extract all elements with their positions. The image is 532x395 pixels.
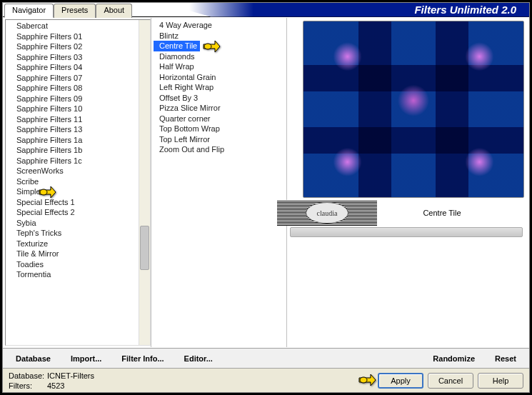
filter-item[interactable]: Quarter corner xyxy=(154,114,214,124)
category-item[interactable]: Teph's Tricks xyxy=(6,228,149,239)
svg-point-0 xyxy=(40,189,47,195)
filter-item[interactable]: Left Right Wrap xyxy=(154,82,216,93)
category-item[interactable]: Toadies xyxy=(6,259,149,270)
svg-point-1 xyxy=(204,44,211,49)
cancel-button[interactable]: Cancel xyxy=(428,373,473,389)
category-item[interactable]: Scribe xyxy=(6,176,149,187)
category-item[interactable]: ScreenWorks xyxy=(6,166,149,176)
category-item[interactable]: Sapphire Filters 03 xyxy=(6,52,149,63)
category-item[interactable]: Sapphire Filters 07 xyxy=(6,73,149,84)
category-item[interactable]: Sybia xyxy=(6,218,149,229)
filter-item[interactable]: Blintz xyxy=(154,31,181,41)
category-item[interactable]: Special Effects 2 xyxy=(6,207,149,218)
filter-item[interactable]: 4 Way Average xyxy=(154,20,215,31)
category-item[interactable]: Sabercat xyxy=(6,21,149,31)
filter-item[interactable]: Top Bottom Wrap xyxy=(154,124,223,134)
main-area: SabercatSapphire Filters 01Sapphire Filt… xyxy=(3,17,529,348)
category-item[interactable]: Tile & Mirror xyxy=(6,249,149,259)
titlebar: Navigator Presets About Filters Unlimite… xyxy=(3,3,529,17)
scroll-thumb[interactable] xyxy=(140,226,149,270)
reset-button[interactable]: Reset xyxy=(485,351,526,366)
watermark-badge: claudia xyxy=(306,202,348,224)
category-item[interactable]: Sapphire Filters 04 xyxy=(6,62,149,73)
help-button[interactable]: Help xyxy=(478,373,523,389)
category-item[interactable]: Sapphire Filters 08 xyxy=(6,83,149,94)
filters-count-value: 4523 xyxy=(47,381,64,390)
tab-about[interactable]: About xyxy=(96,4,132,18)
randomize-button[interactable]: Randomize xyxy=(423,351,485,366)
editor-button[interactable]: Editor... xyxy=(174,351,223,366)
category-item[interactable]: Simple xyxy=(6,186,149,197)
db-value: ICNET-Filters xyxy=(47,371,94,380)
database-button[interactable]: Database xyxy=(6,351,61,366)
filter-item[interactable]: Centre Tile xyxy=(154,41,200,51)
tab-navigator[interactable]: Navigator xyxy=(4,4,54,18)
apply-button[interactable]: Apply xyxy=(378,373,423,389)
filter-item[interactable]: Offset By 3 xyxy=(154,93,201,104)
category-item[interactable]: Sapphire Filters 02 xyxy=(6,41,149,52)
tabs: Navigator Presets About xyxy=(3,3,132,17)
filter-item[interactable]: Diamonds xyxy=(154,51,198,62)
category-item[interactable]: Sapphire Filters 10 xyxy=(6,104,149,114)
categories-panel: SabercatSapphire Filters 01Sapphire Filt… xyxy=(4,18,151,347)
filter-item[interactable]: Horizontal Grain xyxy=(154,72,219,83)
category-item[interactable]: Sapphire Filters 11 xyxy=(6,114,149,125)
watermark: claudia xyxy=(277,200,377,226)
preview-panel: claudia Centre Tile xyxy=(287,18,528,347)
category-item[interactable]: Sapphire Filters 1c xyxy=(6,156,149,166)
filters-count-label: Filters: xyxy=(9,381,47,391)
category-item[interactable]: Sapphire Filters 13 xyxy=(6,124,149,135)
category-scrollbar[interactable] xyxy=(139,20,150,345)
filters-panel: 4 Way AverageBlintzCentre TileDiamondsHa… xyxy=(151,18,287,347)
import-button[interactable]: Import... xyxy=(61,351,111,366)
parameter-slider[interactable] xyxy=(290,227,523,237)
status-info: Database:ICNET-Filters Filters:4523 xyxy=(9,371,373,391)
filter-item[interactable]: Half Wrap xyxy=(154,61,197,72)
filters-unlimited-window: Navigator Presets About Filters Unlimite… xyxy=(2,2,530,393)
category-item[interactable]: Sapphire Filters 1a xyxy=(6,135,149,146)
category-item[interactable]: Special Effects 1 xyxy=(6,197,149,208)
category-item[interactable]: Sapphire Filters 09 xyxy=(6,94,149,104)
category-listbox[interactable]: SabercatSapphire Filters 01Sapphire Filt… xyxy=(5,19,151,346)
filter-item[interactable]: Pizza Slice Mirror xyxy=(154,103,224,114)
filter-item[interactable]: Zoom Out and Flip xyxy=(154,144,227,155)
app-title: Filters Unlimited 2.0 xyxy=(132,3,529,17)
filter-info-button[interactable]: Filter Info... xyxy=(111,351,174,366)
category-item[interactable]: Tormentia xyxy=(6,269,149,280)
category-item[interactable]: Sapphire Filters 01 xyxy=(6,31,149,42)
preview-image xyxy=(303,21,524,198)
statusbar: Database:ICNET-Filters Filters:4523 Appl… xyxy=(3,368,529,392)
filter-listbox[interactable]: 4 Way AverageBlintzCentre TileDiamondsHa… xyxy=(153,19,285,156)
parameter-header: claudia Centre Tile xyxy=(290,200,526,226)
tab-presets[interactable]: Presets xyxy=(54,4,96,18)
db-label: Database: xyxy=(9,371,47,381)
category-item[interactable]: Sapphire Filters 1b xyxy=(6,145,149,156)
toolbar: Database Import... Filter Info... Editor… xyxy=(3,348,529,368)
category-item[interactable]: Texturize xyxy=(6,239,149,249)
filter-item[interactable]: Top Left Mirror xyxy=(154,134,213,145)
selected-filter-label: Centre Tile xyxy=(380,209,526,217)
